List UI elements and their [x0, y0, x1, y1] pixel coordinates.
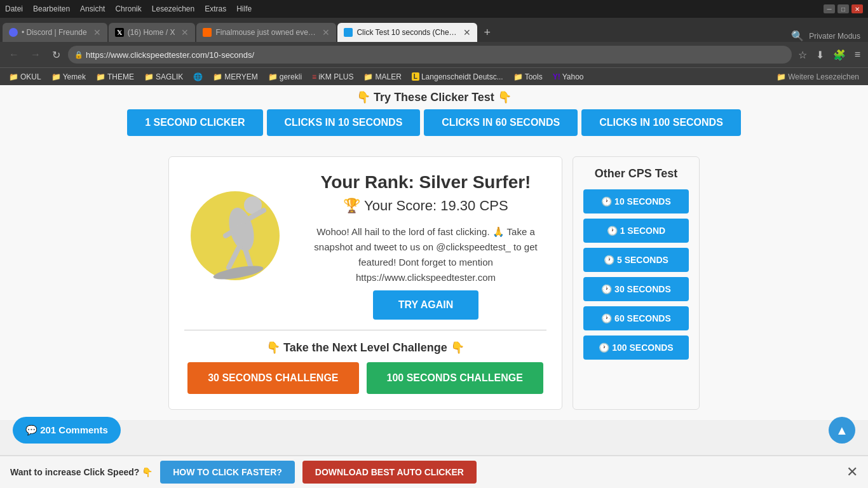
menu-hilfe[interactable]: Hilfe [236, 4, 252, 13]
clicker-buttons-row: 1 SECOND CLICKER CLICKS IN 10 SECONDS CL… [8, 109, 860, 136]
bookmark-tools-label: Tools [525, 72, 543, 81]
menu-icon[interactable]: ≡ [852, 46, 863, 63]
sidebar-btn-100s[interactable]: 🕐 100 SECONDS [583, 336, 689, 360]
downloads-icon[interactable]: ⬇ [813, 46, 827, 64]
forward-button[interactable]: → [27, 46, 44, 63]
extensions-icon[interactable]: 🧩 [831, 46, 848, 64]
sidebar-btn-1s[interactable]: 🕐 1 SECOND [583, 219, 689, 243]
bookmark-folder-icon-7: 📁 [363, 72, 373, 81]
tab-favicon-discord [9, 28, 18, 37]
address-bar[interactable] [68, 46, 792, 64]
tab-twitter[interactable]: 𝕏 (16) Home / X ✕ [109, 23, 196, 42]
bookmark-meryem[interactable]: 📁 MERYEM [209, 71, 261, 83]
tab-favicon-clicktest [344, 28, 353, 37]
tab-close-discord[interactable]: ✕ [93, 27, 101, 37]
want-text: Want to increase Click Speed? 👇 [10, 467, 153, 477]
comments-button[interactable]: 💬 201 Comments [13, 417, 121, 444]
score-line: 🏆 Your Score: 19.30 CPS [305, 198, 546, 214]
bookmark-tools[interactable]: 📁 Tools [510, 71, 546, 83]
menu-datei[interactable]: Datei [5, 4, 23, 13]
try-again-button[interactable]: TRY AGAIN [373, 290, 479, 320]
bookmark-okul[interactable]: 📁 OKUL [5, 71, 45, 83]
back-button[interactable]: ← [5, 46, 23, 63]
menu-extras[interactable]: Extras [205, 4, 226, 13]
btn-100-seconds-challenge[interactable]: 100 SECONDS CHALLENGE [367, 362, 543, 394]
close-button[interactable]: ✕ [851, 4, 863, 13]
bookmark-yemek[interactable]: 📁 Yemek [48, 71, 90, 83]
navigation-bar: ← → ↻ 🔒 ☆ ⬇ 🧩 ≡ [0, 42, 868, 67]
sidebar-btn-10s[interactable]: 🕐 10 SECONDS [583, 189, 689, 214]
bookmark-ikm[interactable]: ≡ iKM PLUS [308, 71, 357, 83]
menu-ansicht[interactable]: Ansicht [80, 4, 105, 13]
menu-chronik[interactable]: Chronik [115, 4, 141, 13]
lock-icon: 🔒 [74, 51, 83, 59]
tab-close-finalmouse[interactable]: ✕ [322, 27, 330, 37]
result-message: Wohoo! All hail to the lord of fast clic… [305, 224, 546, 285]
bookmarks-bar: 📁 OKUL 📁 Yemek 📁 THEME 📁 SAGLIK 🌐 📁 MERY… [0, 67, 868, 85]
bookmark-folder-more-icon: 📁 [776, 72, 786, 81]
bookmark-saglik-label: SAGLIK [156, 72, 183, 81]
title-bar-menu: Datei Bearbeiten Ansicht Chronik Lesezei… [5, 4, 252, 13]
btn-60-seconds[interactable]: CLICKS IN 60 SECONDS [424, 109, 578, 136]
btn-10-seconds[interactable]: CLICKS IN 10 SECONDS [267, 109, 421, 136]
btn-100-seconds[interactable]: CLICKS IN 100 SECONDS [581, 109, 741, 136]
divider [184, 330, 546, 330]
main-area: Your Rank: Silver Surfer! 🏆 Your Score: … [0, 146, 868, 420]
bookmark-globe[interactable]: 🌐 [189, 71, 207, 83]
reload-button[interactable]: ↻ [48, 46, 64, 64]
maximize-button[interactable]: □ [837, 4, 849, 13]
bookmark-yahoo-label: Yahoo [562, 72, 584, 81]
btn-30-seconds-challenge[interactable]: 30 SECONDS CHALLENGE [187, 362, 358, 394]
bookmark-theme-label: THEME [107, 72, 134, 81]
tab-close-clicktest[interactable]: ✕ [463, 27, 471, 37]
bookmark-yahoo[interactable]: Y! Yahoo [549, 71, 588, 83]
tab-finalmouse[interactable]: Finalmouse just owned everyo... ✕ [196, 23, 336, 42]
bookmark-gerekli[interactable]: 📁 gerekli [264, 71, 306, 83]
bookmark-folder-icon-2: 📁 [51, 72, 61, 81]
bookmark-folder-icon-3: 📁 [96, 72, 105, 81]
scroll-top-button[interactable]: ▲ [829, 417, 855, 444]
address-wrapper: 🔒 [68, 46, 792, 64]
bookmark-saglik[interactable]: 📁 SAGLIK [140, 71, 187, 83]
bookmark-ikm-label: iKM PLUS [318, 72, 353, 81]
private-mode-label: Privater Modus [809, 32, 860, 41]
new-tab-button[interactable]: + [478, 24, 496, 42]
bookmark-folder-icon: 📁 [9, 72, 18, 81]
bottom-bar: Want to increase Click Speed? 👇 HOW TO C… [0, 455, 868, 488]
bookmark-yemek-label: Yemek [63, 72, 86, 81]
bookmark-langenscheidt[interactable]: L Langenscheidt Deutsc... [408, 71, 507, 83]
bookmark-okul-label: OKUL [20, 72, 41, 81]
btn-1-second[interactable]: 1 SECOND CLICKER [127, 109, 262, 136]
menu-lesezeichen[interactable]: Lesezeichen [152, 4, 194, 13]
minimize-button[interactable]: ─ [824, 4, 835, 13]
challenge-buttons: 30 SECONDS CHALLENGE 100 SECONDS CHALLEN… [184, 362, 546, 394]
close-bottom-bar-button[interactable]: ✕ [846, 464, 858, 480]
bookmark-folder-icon-8: 📁 [513, 72, 523, 81]
yahoo-icon: Y! [553, 72, 560, 81]
surfer-svg [184, 172, 292, 293]
rank-title: Your Rank: Silver Surfer! [305, 172, 546, 193]
bookmark-folder-icon-5: 📁 [213, 72, 222, 81]
tab-favicon-twitter: 𝕏 [115, 28, 124, 37]
bookmark-maler[interactable]: 📁 MALER [360, 71, 405, 83]
tab-label-clicktest: Click Test 10 seconds (Check Yo... [356, 28, 457, 37]
sidebar-title: Other CPS Test [583, 167, 689, 180]
download-auto-clicker-button[interactable]: DOWNLOAD BEST AUTO CLICKER [302, 461, 477, 484]
tab-discord[interactable]: • Discord | Freunde ✕ [3, 23, 107, 42]
tab-search-button[interactable]: 🔍 [791, 30, 804, 42]
bookmark-icon[interactable]: ☆ [796, 46, 810, 64]
page-content: 👇 Try These Clicker Test 👇 1 SECOND CLIC… [0, 85, 868, 420]
nav-right-icons: ☆ ⬇ 🧩 ≡ [796, 46, 863, 64]
tab-clicktest[interactable]: Click Test 10 seconds (Check Yo... ✕ [337, 23, 477, 42]
title-bar: Datei Bearbeiten Ansicht Chronik Lesezei… [0, 0, 868, 18]
sidebar-btn-5s[interactable]: 🕐 5 SECONDS [583, 248, 689, 272]
clicker-banner: 👇 Try These Clicker Test 👇 1 SECOND CLIC… [0, 85, 868, 141]
sidebar-btn-30s[interactable]: 🕐 30 SECONDS [583, 277, 689, 301]
sidebar-btn-60s[interactable]: 🕐 60 SECONDS [583, 306, 689, 330]
tab-close-twitter[interactable]: ✕ [181, 27, 189, 37]
how-to-click-faster-button[interactable]: HOW TO CLICK FASTER? [160, 461, 295, 484]
more-bookmarks[interactable]: 📁 Weitere Lesezeichen [773, 71, 863, 83]
bookmark-theme[interactable]: 📁 THEME [92, 71, 138, 83]
next-level-title: 👇 Take the Next Level Challenge 👇 [184, 341, 546, 355]
menu-bearbeiten[interactable]: Bearbeiten [33, 4, 70, 13]
